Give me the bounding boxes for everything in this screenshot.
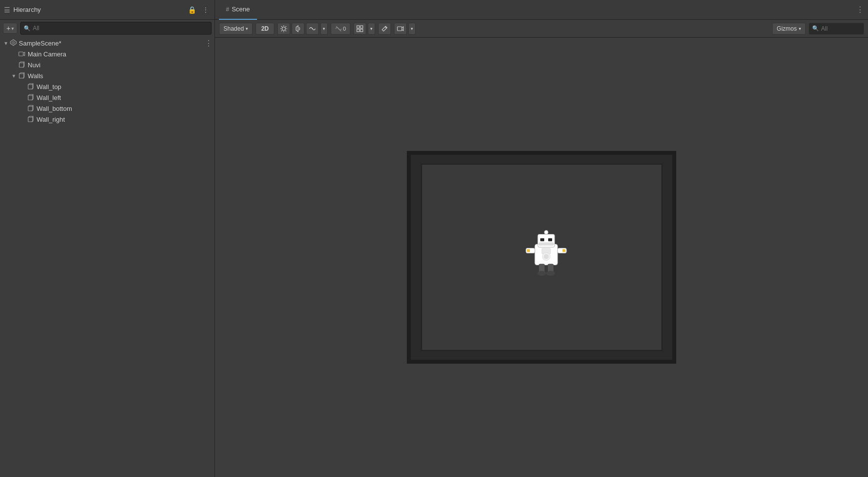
hierarchy-item-main-camera[interactable]: Main Camera	[0, 48, 215, 59]
effects-dropdown-btn[interactable]: ▾	[320, 23, 328, 35]
scene-tab-more-icon[interactable]: ⋮	[856, 5, 864, 14]
svg-marker-24	[296, 26, 298, 32]
svg-point-48	[537, 271, 546, 276]
robot-character	[524, 230, 568, 286]
toolbar-right-group: Gizmos ▾ 🔍	[772, 23, 864, 35]
wall-left-cube-icon	[27, 94, 35, 101]
svg-point-49	[546, 271, 555, 276]
hierarchy-item-wall-top[interactable]: Wall_top	[0, 81, 215, 92]
sun-icon-btn[interactable]	[277, 23, 290, 35]
scene-search-input[interactable]	[821, 25, 861, 32]
scene-tab-bar: # Scene ⋮	[215, 0, 868, 20]
svg-rect-32	[397, 27, 402, 31]
wall-right-label: Wall_right	[37, 116, 65, 123]
scene-panel: # Scene ⋮ Shaded ▾ 2D	[215, 0, 868, 477]
scene-more-icon[interactable]: ⋮	[205, 39, 213, 48]
search-icon: 🔍	[24, 25, 31, 32]
svg-rect-36	[540, 238, 544, 241]
hierarchy-item-walls[interactable]: ▼ Walls	[0, 70, 215, 81]
nuvi-label: Nuvi	[28, 61, 41, 69]
svg-rect-42	[563, 249, 565, 252]
hierarchy-item-nuvi[interactable]: Nuvi	[0, 59, 215, 70]
svg-point-15	[282, 27, 285, 30]
hierarchy-title: Hierarchy	[13, 6, 41, 13]
camera-dropdown-btn[interactable]: ▾	[408, 23, 416, 35]
scene-frame-inner	[421, 163, 663, 351]
2d-button[interactable]: 2D	[256, 23, 274, 35]
shading-label: Shaded	[223, 25, 244, 32]
hierarchy-content: ▼ SampleScene* ⋮ Main	[0, 37, 215, 477]
hierarchy-item-wall-bottom[interactable]: Wall_bottom	[0, 103, 215, 114]
lock-icon[interactable]: 🔒	[187, 5, 197, 15]
wall-top-label: Wall_top	[37, 83, 61, 91]
svg-rect-7	[28, 85, 33, 89]
wall-left-label: Wall_left	[37, 94, 61, 101]
svg-rect-11	[28, 106, 33, 111]
main-camera-label: Main Camera	[28, 50, 66, 58]
scene-viewport[interactable]	[215, 38, 868, 477]
nuvi-cube-icon	[18, 61, 26, 69]
scene-root-item[interactable]: ▼ SampleScene* ⋮	[0, 38, 215, 48]
walls-expand-arrow: ▼	[10, 72, 18, 80]
svg-rect-37	[548, 238, 552, 241]
scene-tab-label: Scene	[232, 5, 250, 13]
audio-icon-btn[interactable]	[292, 23, 304, 35]
hierarchy-item-wall-right[interactable]: Wall_right	[0, 114, 215, 125]
hamburger-icon: ☰	[4, 6, 10, 14]
scene-frame-outer	[407, 151, 676, 364]
badge-count: 0	[343, 26, 346, 32]
svg-rect-5	[19, 74, 24, 78]
plus-icon: +	[6, 24, 10, 32]
scene-search-bar[interactable]: 🔍	[809, 23, 864, 35]
svg-point-35	[544, 231, 548, 235]
svg-rect-41	[527, 249, 530, 252]
hierarchy-panel: ☰ Hierarchy 🔒 ⋮ + ▾ 🔍 ▼	[0, 0, 215, 477]
svg-rect-38	[539, 243, 554, 245]
effects-icon-btn[interactable]	[306, 23, 319, 35]
more-options-icon[interactable]: ⋮	[201, 5, 211, 15]
wall-top-cube-icon	[27, 83, 35, 91]
scene-tab-hash-icon: #	[226, 6, 229, 13]
gizmos-label: Gizmos	[777, 25, 797, 32]
wall-bottom-label: Wall_bottom	[37, 105, 72, 112]
scene-tab[interactable]: # Scene	[219, 0, 257, 20]
gizmos-dropdown[interactable]: Gizmos ▾	[772, 23, 806, 35]
camera-toolbar-icon-btn[interactable]	[394, 23, 407, 35]
tools-icon-btn[interactable]	[378, 23, 391, 35]
svg-rect-9	[28, 95, 33, 100]
hierarchy-search-input[interactable]	[33, 25, 208, 32]
add-button[interactable]: + ▾	[3, 23, 17, 34]
svg-point-45	[544, 254, 549, 259]
lighting-group: ▾	[277, 23, 328, 35]
svg-rect-30	[360, 29, 363, 32]
svg-rect-3	[19, 63, 24, 67]
scene-expand-arrow: ▼	[2, 39, 10, 47]
svg-rect-13	[28, 117, 33, 122]
walls-label: Walls	[28, 72, 43, 80]
hierarchy-header: ☰ Hierarchy 🔒 ⋮	[0, 0, 215, 20]
svg-line-20	[281, 26, 282, 27]
hierarchy-search-bar[interactable]: 🔍	[20, 22, 212, 35]
add-chevron-icon: ▾	[11, 26, 14, 31]
camera-icon	[18, 50, 26, 58]
hidden-objects-icon-btn[interactable]: 0	[331, 23, 350, 35]
wall-right-cube-icon	[27, 115, 35, 123]
grid-icon-btn[interactable]	[353, 23, 366, 35]
shading-dropdown[interactable]: Shaded ▾	[219, 23, 253, 35]
hierarchy-item-wall-left[interactable]: Wall_left	[0, 92, 215, 103]
svg-rect-28	[360, 26, 363, 28]
scene-root-label: SampleScene*	[19, 40, 61, 47]
svg-marker-1	[11, 41, 15, 45]
walls-cube-icon	[18, 72, 26, 80]
svg-point-25	[312, 28, 313, 29]
gizmos-chevron-icon: ▾	[799, 26, 801, 31]
grid-dropdown-btn[interactable]: ▾	[368, 23, 375, 35]
wall-bottom-cube-icon	[27, 104, 35, 112]
svg-line-21	[285, 30, 286, 31]
scene-icon	[10, 39, 17, 48]
svg-rect-29	[357, 29, 359, 32]
scene-search-icon: 🔍	[812, 25, 819, 32]
scene-toolbar: Shaded ▾ 2D	[215, 20, 868, 38]
svg-line-22	[285, 26, 286, 27]
svg-rect-27	[357, 26, 359, 28]
